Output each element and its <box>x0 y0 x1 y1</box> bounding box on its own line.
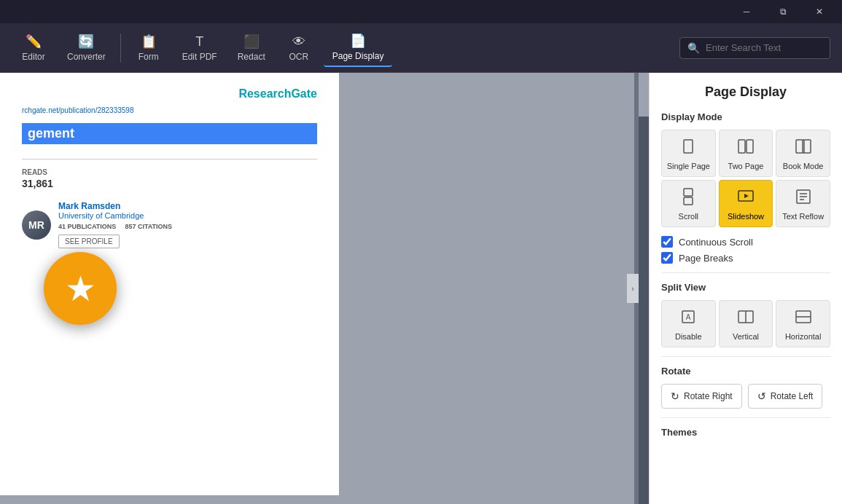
rotate-row: ↻ Rotate Right ↺ Rotate Left <box>661 384 830 409</box>
svg-rect-1 <box>738 140 745 153</box>
toolbar: ✏️ Editor 🔄 Converter 📋 Form T Edit PDF … <box>0 23 842 73</box>
scroll-icon <box>679 188 697 209</box>
toolbar-item-pagedisplay[interactable]: 📄 Page Display <box>324 28 393 67</box>
horizontal-label: Horizontal <box>785 332 822 341</box>
split-disable[interactable]: A Disable <box>661 300 716 347</box>
display-mode-label: Display Mode <box>661 111 830 122</box>
toolbar-editor-label: Editor <box>22 52 44 62</box>
see-profile-button[interactable]: SEE PROFILE <box>58 235 120 248</box>
section-divider-1 <box>661 272 830 273</box>
split-horizontal[interactable]: Horizontal <box>776 300 830 347</box>
toolbar-divider-1 <box>120 34 121 63</box>
split-vertical[interactable]: Vertical <box>719 300 773 347</box>
slideshow-label: Slideshow <box>728 212 764 221</box>
mode-book-mode[interactable]: Book Mode <box>776 130 830 177</box>
svg-rect-4 <box>804 140 811 153</box>
close-button[interactable]: ✕ <box>803 0 836 23</box>
author-avatar: MR <box>22 210 51 240</box>
document-url: rchgate.net/publication/282333598 <box>22 106 317 114</box>
single-page-label: Single Page <box>667 162 710 170</box>
pagedisplay-icon: 📄 <box>350 33 366 49</box>
rotate-left-label: Rotate Left <box>771 391 814 401</box>
rotate-left-icon: ↺ <box>757 390 766 402</box>
reads-label: READS <box>22 168 317 176</box>
scrollbar-vertical[interactable] <box>639 73 649 504</box>
mode-single-page[interactable]: Single Page <box>661 130 716 177</box>
panel-title: Page Display <box>661 84 830 100</box>
split-view-label: Split View <box>661 282 830 293</box>
toolbar-item-editpdf[interactable]: T Edit PDF <box>174 30 226 66</box>
text-reflow-icon <box>795 188 812 209</box>
author-name: Mark Ramsden <box>58 201 172 211</box>
star-icon: ★ <box>65 268 96 309</box>
themes-label: Themes <box>661 427 830 438</box>
minimize-button[interactable]: ─ <box>730 0 763 23</box>
redact-icon: ⬛ <box>243 34 260 50</box>
author-row: MR Mark Ramsden University of Cambridge … <box>22 201 317 248</box>
horizontal-icon <box>795 308 812 329</box>
mode-text-reflow[interactable]: Text Reflow <box>776 180 830 227</box>
author-citations: 857 CITATIONS <box>125 223 172 230</box>
disable-icon: A <box>679 308 697 329</box>
vertical-icon <box>737 308 755 329</box>
toolbar-editpdf-label: Edit PDF <box>182 52 217 62</box>
mode-two-page[interactable]: Two Page <box>719 130 773 177</box>
search-icon: 🔍 <box>687 42 700 54</box>
svg-marker-10 <box>744 194 749 198</box>
star-badge: ★ <box>44 252 117 325</box>
citations-label: CITATIONS <box>138 223 172 230</box>
toolbar-item-ocr[interactable]: 👁 OCR <box>277 30 321 66</box>
book-mode-icon <box>795 138 812 159</box>
rotate-left-button[interactable]: ↺ Rotate Left <box>748 384 823 409</box>
maximize-button[interactable]: ⧉ <box>766 0 800 23</box>
rotate-right-button[interactable]: ↻ Rotate Right <box>661 384 742 409</box>
toolbar-item-form[interactable]: 📋 Form <box>127 29 171 66</box>
page-breaks-row: Page Breaks <box>661 252 830 264</box>
reads-count: 31,861 <box>22 178 317 189</box>
single-page-icon <box>679 138 697 159</box>
text-reflow-label: Text Reflow <box>782 212 824 221</box>
search-input[interactable] <box>706 42 822 53</box>
toolbar-item-editor[interactable]: ✏️ Editor <box>12 29 55 66</box>
title-bar: ─ ⧉ ✕ <box>0 0 842 23</box>
svg-rect-8 <box>684 197 693 205</box>
researchgate-logo: ResearchGate <box>22 87 317 101</box>
toolbar-ocr-label: OCR <box>289 52 308 62</box>
toolbar-item-converter[interactable]: 🔄 Converter <box>58 29 114 66</box>
document-heading: gement <box>22 123 317 144</box>
two-page-label: Two Page <box>728 162 764 170</box>
rotate-right-label: Rotate Right <box>684 391 733 401</box>
form-icon: 📋 <box>141 34 157 50</box>
svg-rect-3 <box>796 140 803 153</box>
continuous-scroll-checkbox[interactable] <box>661 236 673 248</box>
main-area: ResearchGate rchgate.net/publication/282… <box>0 73 842 504</box>
toolbar-redact-label: Redact <box>238 52 265 62</box>
scroll-label: Scroll <box>679 212 699 221</box>
publications-label: PUBLICATIONS <box>68 223 117 230</box>
disable-label: Disable <box>675 332 702 341</box>
svg-rect-7 <box>684 189 693 196</box>
author-publications: 41 PUBLICATIONS <box>58 223 116 230</box>
continuous-scroll-label: Continuous Scroll <box>679 237 753 248</box>
toolbar-search[interactable]: 🔍 <box>679 37 830 59</box>
rotate-label: Rotate <box>661 366 830 377</box>
svg-rect-2 <box>747 140 753 153</box>
toolbar-item-redact[interactable]: ⬛ Redact <box>229 29 274 66</box>
toolbar-converter-label: Converter <box>67 52 106 62</box>
scrollbar-thumb[interactable] <box>639 73 649 117</box>
svg-rect-0 <box>684 140 693 153</box>
book-mode-label: Book Mode <box>783 162 824 170</box>
page-breaks-label: Page Breaks <box>679 253 733 264</box>
author-info: Mark Ramsden University of Cambridge 41 … <box>58 201 172 248</box>
rotate-right-icon: ↻ <box>671 390 679 402</box>
mode-scroll[interactable]: Scroll <box>661 180 716 227</box>
toolbar-form-label: Form <box>139 52 159 62</box>
page-breaks-checkbox[interactable] <box>661 252 673 264</box>
author-stats: 41 PUBLICATIONS 857 CITATIONS <box>58 223 172 230</box>
section-divider-2 <box>661 356 830 357</box>
collapse-panel-button[interactable]: › <box>627 274 639 303</box>
mode-slideshow[interactable]: Slideshow <box>719 180 773 227</box>
toolbar-pagedisplay-label: Page Display <box>332 51 384 61</box>
author-institution: University of Cambridge <box>58 211 172 220</box>
display-mode-grid: Single Page Two Page <box>661 130 830 227</box>
